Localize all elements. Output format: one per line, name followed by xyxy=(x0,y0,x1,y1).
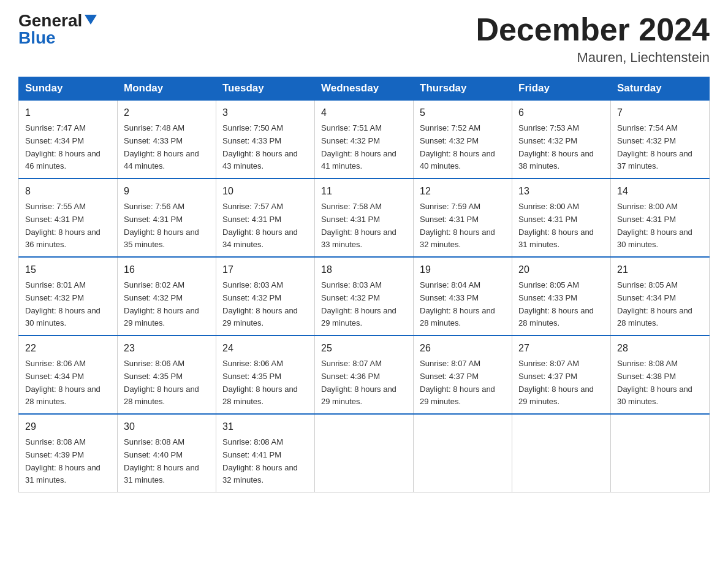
logo-triangle-icon xyxy=(85,15,97,25)
day-info: Sunrise: 7:57 AMSunset: 4:31 PMDaylight:… xyxy=(222,201,308,251)
day-info: Sunrise: 8:06 AMSunset: 4:35 PMDaylight:… xyxy=(222,358,308,408)
weekday-header-friday: Friday xyxy=(512,77,611,101)
week-row-1: 1 Sunrise: 7:47 AMSunset: 4:34 PMDayligh… xyxy=(19,100,710,178)
day-cell: 27 Sunrise: 8:07 AMSunset: 4:37 PMDaylig… xyxy=(512,335,611,414)
day-cell: 4 Sunrise: 7:51 AMSunset: 4:32 PMDayligh… xyxy=(315,100,414,178)
calendar-title: December 2024 xyxy=(476,12,710,47)
day-info: Sunrise: 8:08 AMSunset: 4:38 PMDaylight:… xyxy=(617,358,703,408)
day-number: 12 xyxy=(420,184,506,199)
day-cell: 11 Sunrise: 7:58 AMSunset: 4:31 PMDaylig… xyxy=(315,178,414,257)
day-info: Sunrise: 8:07 AMSunset: 4:37 PMDaylight:… xyxy=(420,358,506,408)
day-info: Sunrise: 8:05 AMSunset: 4:33 PMDaylight:… xyxy=(518,279,604,330)
day-info: Sunrise: 7:55 AMSunset: 4:31 PMDaylight:… xyxy=(25,201,111,251)
day-cell xyxy=(512,414,611,492)
day-cell: 5 Sunrise: 7:52 AMSunset: 4:32 PMDayligh… xyxy=(414,100,512,178)
day-info: Sunrise: 7:50 AMSunset: 4:33 PMDaylight:… xyxy=(222,122,308,173)
day-info: Sunrise: 8:03 AMSunset: 4:32 PMDaylight:… xyxy=(222,279,308,330)
day-cell: 12 Sunrise: 7:59 AMSunset: 4:31 PMDaylig… xyxy=(414,178,512,257)
day-info: Sunrise: 8:06 AMSunset: 4:35 PMDaylight:… xyxy=(124,358,210,408)
day-cell: 29 Sunrise: 8:08 AMSunset: 4:39 PMDaylig… xyxy=(19,414,118,492)
day-cell: 14 Sunrise: 8:00 AMSunset: 4:31 PMDaylig… xyxy=(611,178,710,257)
day-number: 11 xyxy=(321,184,407,199)
day-info: Sunrise: 8:04 AMSunset: 4:33 PMDaylight:… xyxy=(420,279,506,330)
day-number: 19 xyxy=(420,262,506,278)
calendar-table: SundayMondayTuesdayWednesdayThursdayFrid… xyxy=(18,77,710,492)
day-info: Sunrise: 7:53 AMSunset: 4:32 PMDaylight:… xyxy=(518,122,604,173)
day-number: 31 xyxy=(222,419,308,435)
weekday-header-row: SundayMondayTuesdayWednesdayThursdayFrid… xyxy=(19,77,710,101)
weekday-header-saturday: Saturday xyxy=(611,77,710,101)
logo-general: General xyxy=(18,12,82,29)
day-number: 18 xyxy=(321,262,407,278)
day-cell: 19 Sunrise: 8:04 AMSunset: 4:33 PMDaylig… xyxy=(414,257,512,335)
day-cell: 31 Sunrise: 8:08 AMSunset: 4:41 PMDaylig… xyxy=(216,414,315,492)
day-number: 3 xyxy=(222,105,308,121)
day-number: 21 xyxy=(617,262,703,278)
day-number: 26 xyxy=(420,341,506,356)
day-number: 28 xyxy=(617,341,703,356)
weekday-header-tuesday: Tuesday xyxy=(216,77,315,101)
day-number: 13 xyxy=(518,184,604,199)
day-cell: 28 Sunrise: 8:08 AMSunset: 4:38 PMDaylig… xyxy=(611,335,710,414)
day-info: Sunrise: 8:01 AMSunset: 4:32 PMDaylight:… xyxy=(25,279,111,330)
day-info: Sunrise: 7:51 AMSunset: 4:32 PMDaylight:… xyxy=(321,122,407,173)
day-number: 8 xyxy=(25,184,111,199)
day-cell: 9 Sunrise: 7:56 AMSunset: 4:31 PMDayligh… xyxy=(118,178,216,257)
day-number: 20 xyxy=(518,262,604,278)
day-number: 17 xyxy=(222,262,308,278)
week-row-2: 8 Sunrise: 7:55 AMSunset: 4:31 PMDayligh… xyxy=(19,178,710,257)
day-info: Sunrise: 8:06 AMSunset: 4:34 PMDaylight:… xyxy=(25,358,111,408)
day-cell: 15 Sunrise: 8:01 AMSunset: 4:32 PMDaylig… xyxy=(19,257,118,335)
day-cell: 18 Sunrise: 8:03 AMSunset: 4:32 PMDaylig… xyxy=(315,257,414,335)
page-header: General Blue December 2024 Mauren, Liech… xyxy=(18,12,710,66)
weekday-header-monday: Monday xyxy=(118,77,216,101)
day-cell xyxy=(611,414,710,492)
day-info: Sunrise: 8:00 AMSunset: 4:31 PMDaylight:… xyxy=(617,201,703,251)
day-number: 14 xyxy=(617,184,703,199)
day-info: Sunrise: 8:07 AMSunset: 4:37 PMDaylight:… xyxy=(518,358,604,408)
weekday-header-thursday: Thursday xyxy=(414,77,512,101)
day-info: Sunrise: 8:08 AMSunset: 4:39 PMDaylight:… xyxy=(25,436,111,487)
day-cell: 7 Sunrise: 7:54 AMSunset: 4:32 PMDayligh… xyxy=(611,100,710,178)
day-info: Sunrise: 8:08 AMSunset: 4:40 PMDaylight:… xyxy=(124,436,210,487)
day-number: 23 xyxy=(124,341,210,356)
day-cell: 30 Sunrise: 8:08 AMSunset: 4:40 PMDaylig… xyxy=(118,414,216,492)
day-cell: 16 Sunrise: 8:02 AMSunset: 4:32 PMDaylig… xyxy=(118,257,216,335)
day-cell: 21 Sunrise: 8:05 AMSunset: 4:34 PMDaylig… xyxy=(611,257,710,335)
day-number: 27 xyxy=(518,341,604,356)
day-info: Sunrise: 7:58 AMSunset: 4:31 PMDaylight:… xyxy=(321,201,407,251)
day-cell: 22 Sunrise: 8:06 AMSunset: 4:34 PMDaylig… xyxy=(19,335,118,414)
day-info: Sunrise: 7:54 AMSunset: 4:32 PMDaylight:… xyxy=(617,122,703,173)
day-cell xyxy=(414,414,512,492)
day-number: 16 xyxy=(124,262,210,278)
day-info: Sunrise: 7:56 AMSunset: 4:31 PMDaylight:… xyxy=(124,201,210,251)
day-number: 25 xyxy=(321,341,407,356)
day-cell: 17 Sunrise: 8:03 AMSunset: 4:32 PMDaylig… xyxy=(216,257,315,335)
day-cell: 20 Sunrise: 8:05 AMSunset: 4:33 PMDaylig… xyxy=(512,257,611,335)
weekday-header-sunday: Sunday xyxy=(19,77,118,101)
day-number: 10 xyxy=(222,184,308,199)
day-info: Sunrise: 8:07 AMSunset: 4:36 PMDaylight:… xyxy=(321,358,407,408)
calendar-subtitle: Mauren, Liechtenstein xyxy=(476,50,710,66)
week-row-3: 15 Sunrise: 8:01 AMSunset: 4:32 PMDaylig… xyxy=(19,257,710,335)
day-cell: 3 Sunrise: 7:50 AMSunset: 4:33 PMDayligh… xyxy=(216,100,315,178)
day-number: 24 xyxy=(222,341,308,356)
day-cell: 24 Sunrise: 8:06 AMSunset: 4:35 PMDaylig… xyxy=(216,335,315,414)
day-info: Sunrise: 8:00 AMSunset: 4:31 PMDaylight:… xyxy=(518,201,604,251)
day-info: Sunrise: 8:03 AMSunset: 4:32 PMDaylight:… xyxy=(321,279,407,330)
day-info: Sunrise: 7:52 AMSunset: 4:32 PMDaylight:… xyxy=(420,122,506,173)
day-cell: 23 Sunrise: 8:06 AMSunset: 4:35 PMDaylig… xyxy=(118,335,216,414)
day-cell: 26 Sunrise: 8:07 AMSunset: 4:37 PMDaylig… xyxy=(414,335,512,414)
day-cell: 1 Sunrise: 7:47 AMSunset: 4:34 PMDayligh… xyxy=(19,100,118,178)
day-number: 30 xyxy=(124,419,210,435)
day-number: 29 xyxy=(25,419,111,435)
day-cell xyxy=(315,414,414,492)
day-number: 5 xyxy=(420,105,506,121)
day-info: Sunrise: 7:48 AMSunset: 4:33 PMDaylight:… xyxy=(124,122,210,173)
day-number: 9 xyxy=(124,184,210,199)
day-number: 15 xyxy=(25,262,111,278)
week-row-4: 22 Sunrise: 8:06 AMSunset: 4:34 PMDaylig… xyxy=(19,335,710,414)
day-info: Sunrise: 8:02 AMSunset: 4:32 PMDaylight:… xyxy=(124,279,210,330)
day-number: 7 xyxy=(617,105,703,121)
day-cell: 2 Sunrise: 7:48 AMSunset: 4:33 PMDayligh… xyxy=(118,100,216,178)
